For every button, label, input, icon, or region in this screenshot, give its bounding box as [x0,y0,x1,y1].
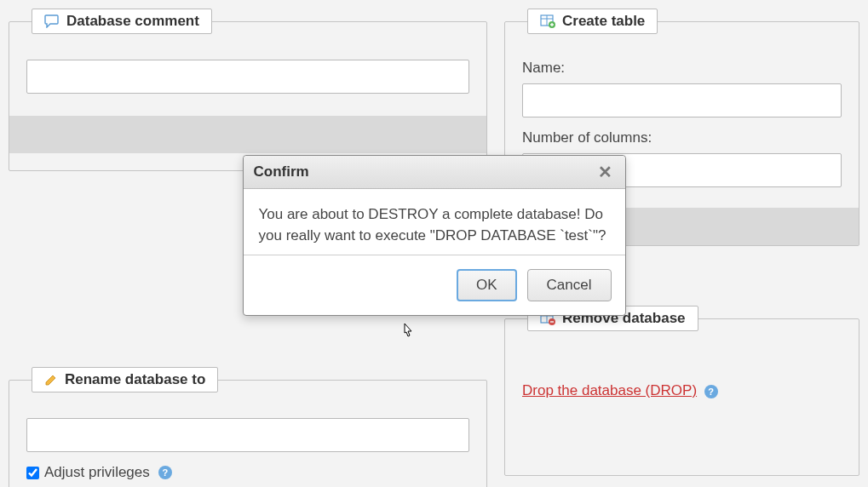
ok-button[interactable]: OK [457,269,517,301]
modal-header: Confirm ✕ [244,156,625,189]
modal-title: Confirm [254,163,309,180]
confirm-modal: Confirm ✕ You are about to DESTROY a com… [243,155,626,316]
modal-overlay: Confirm ✕ You are about to DESTROY a com… [0,0,868,487]
close-icon[interactable]: ✕ [596,163,615,181]
cancel-button[interactable]: Cancel [527,269,612,301]
modal-message: You are about to DESTROY a complete data… [244,189,625,255]
modal-footer: OK Cancel [244,255,625,315]
